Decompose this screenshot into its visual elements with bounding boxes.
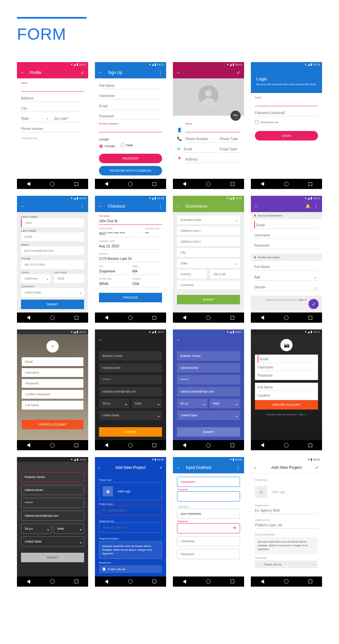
fullname-input[interactable] bbox=[258, 383, 315, 391]
back-icon[interactable]: ← bbox=[98, 204, 103, 209]
nav-back-icon[interactable] bbox=[183, 182, 186, 186]
nav-back-icon[interactable] bbox=[183, 580, 186, 584]
email-input[interactable] bbox=[21, 511, 84, 521]
add-logo-button[interactable]: ▦ Add Logo bbox=[255, 482, 318, 501]
address-input[interactable] bbox=[185, 155, 240, 163]
create-button[interactable]: CREATE ACCOUNT bbox=[255, 400, 318, 410]
nav-home-icon[interactable] bbox=[50, 182, 55, 186]
nav-recent-icon[interactable] bbox=[231, 182, 234, 186]
age-select[interactable] bbox=[21, 524, 52, 534]
nav-back-icon[interactable] bbox=[183, 443, 186, 447]
country-select[interactable] bbox=[99, 411, 162, 420]
phone-input[interactable] bbox=[185, 135, 216, 143]
back-icon[interactable]: ← bbox=[176, 204, 181, 209]
attachment-item[interactable]: 📄Project_file.zip× bbox=[255, 561, 318, 568]
email-input[interactable] bbox=[177, 387, 240, 396]
confirm-password-input[interactable] bbox=[22, 390, 83, 399]
address-value[interactable]: 1170 Benson Lake Dr bbox=[99, 255, 162, 262]
camera-button[interactable]: 📷 bbox=[280, 339, 293, 351]
facebook-button[interactable]: REGISTER WITH FACEBOOK bbox=[99, 166, 162, 175]
back-icon[interactable]: ← bbox=[20, 70, 25, 75]
password-input[interactable] bbox=[22, 379, 83, 388]
bell-icon[interactable]: 🔔 bbox=[305, 204, 311, 209]
email-input[interactable] bbox=[99, 102, 162, 110]
email-input[interactable] bbox=[21, 246, 84, 255]
retype-password-input[interactable] bbox=[99, 125, 162, 132]
eye-off-icon[interactable]: 👁 bbox=[233, 526, 237, 530]
name-input[interactable] bbox=[21, 472, 84, 482]
more-icon[interactable]: ⋮ bbox=[158, 70, 163, 75]
nav-back-icon[interactable] bbox=[105, 443, 108, 447]
fullname-input[interactable] bbox=[254, 263, 319, 270]
nav-back-icon[interactable] bbox=[105, 316, 108, 320]
more-icon[interactable]: ⋮ bbox=[314, 204, 319, 209]
email-input[interactable] bbox=[254, 221, 319, 229]
remember-row[interactable]: Remember me bbox=[255, 120, 318, 124]
password-input[interactable] bbox=[254, 242, 319, 249]
additional-info-input[interactable] bbox=[255, 521, 318, 529]
email-input[interactable] bbox=[99, 387, 162, 396]
username-input[interactable] bbox=[177, 363, 240, 373]
nav-recent-icon[interactable] bbox=[153, 580, 156, 583]
security-value[interactable]: *** bbox=[145, 230, 162, 237]
attachment-item[interactable]: 📄Project_file.zip bbox=[99, 565, 162, 573]
nav-back-icon[interactable] bbox=[27, 316, 30, 320]
phone-input[interactable] bbox=[21, 260, 84, 269]
project-name-input[interactable] bbox=[255, 507, 318, 514]
location-input[interactable] bbox=[258, 392, 315, 399]
nav-back-icon[interactable] bbox=[27, 182, 30, 186]
postal-value[interactable]: 98546 bbox=[99, 280, 129, 287]
exp-value[interactable]: Aug 15, 2023 bbox=[99, 242, 162, 250]
password-input[interactable] bbox=[258, 372, 315, 379]
more-icon[interactable]: ⋮ bbox=[80, 204, 85, 209]
nav-recent-icon[interactable] bbox=[231, 580, 234, 583]
nav-recent-icon[interactable] bbox=[153, 182, 156, 186]
nav-home-icon[interactable] bbox=[284, 182, 288, 186]
nav-home-icon[interactable] bbox=[206, 443, 211, 448]
nav-home-icon[interactable] bbox=[128, 316, 133, 320]
nav-recent-icon[interactable] bbox=[75, 580, 78, 583]
nav-recent-icon[interactable] bbox=[153, 316, 156, 320]
done-icon[interactable]: ✓ bbox=[159, 465, 163, 470]
gender-select[interactable] bbox=[210, 399, 240, 408]
camera-fab[interactable]: 📷 bbox=[231, 111, 241, 121]
process-button[interactable]: PROCESS bbox=[99, 293, 162, 302]
address2-input[interactable] bbox=[177, 237, 240, 246]
nav-recent-icon[interactable] bbox=[231, 316, 234, 320]
password-input[interactable] bbox=[99, 375, 162, 384]
fullname-value[interactable]: John Doe M. bbox=[99, 217, 162, 225]
firstname-input[interactable] bbox=[21, 219, 84, 227]
city-value[interactable]: Grapeview bbox=[99, 267, 129, 275]
country-select[interactable] bbox=[21, 536, 84, 547]
nav-home-icon[interactable] bbox=[128, 182, 133, 186]
email-input[interactable] bbox=[258, 355, 315, 363]
back-icon[interactable]: ‹ bbox=[98, 465, 100, 470]
phone-input[interactable] bbox=[21, 125, 84, 132]
nav-recent-icon[interactable] bbox=[75, 316, 78, 320]
state-value[interactable]: WA bbox=[132, 267, 162, 275]
password2-input[interactable] bbox=[177, 523, 240, 533]
password-input[interactable] bbox=[21, 498, 84, 508]
card-value[interactable]: 4522 **** **** **** bbox=[99, 230, 142, 237]
username2-input[interactable] bbox=[177, 509, 240, 519]
password-input[interactable] bbox=[99, 112, 162, 120]
gender-select[interactable] bbox=[132, 399, 162, 408]
nav-back-icon[interactable] bbox=[261, 443, 264, 447]
nav-back-icon[interactable] bbox=[261, 182, 264, 186]
country-select[interactable] bbox=[21, 288, 84, 297]
password3-input[interactable] bbox=[177, 549, 240, 559]
more-icon[interactable]: ⋮ bbox=[236, 465, 241, 470]
login-button[interactable]: LOGIN bbox=[255, 131, 318, 140]
username-input[interactable] bbox=[21, 485, 84, 495]
nav-recent-icon[interactable] bbox=[308, 316, 312, 320]
nav-home-icon[interactable] bbox=[50, 316, 55, 320]
nav-recent-icon[interactable] bbox=[308, 580, 312, 583]
nav-home-icon[interactable] bbox=[50, 443, 55, 448]
signin-link[interactable]: Sign In bbox=[298, 413, 307, 416]
nav-back-icon[interactable] bbox=[261, 316, 264, 320]
back-icon[interactable]: ← bbox=[254, 204, 259, 209]
state-select[interactable] bbox=[177, 259, 240, 268]
name-input[interactable] bbox=[177, 351, 240, 361]
add-avatar-button[interactable]: + bbox=[46, 340, 59, 353]
expiration-select[interactable] bbox=[177, 215, 240, 224]
